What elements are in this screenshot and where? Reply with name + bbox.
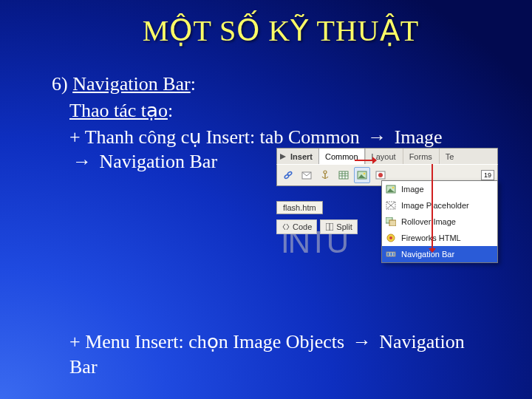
insert-panel-title: Insert [289,152,318,161]
image-icon [385,183,397,195]
svg-marker-0 [280,154,286,160]
subheading-create: Thao tác tạo: [52,98,488,123]
arrow-icon: → [367,125,386,150]
section-6-heading: 6) Navigation Bar: [52,72,488,97]
view-split-label: Split [336,222,352,231]
document-tab[interactable]: flash.htm [276,201,323,214]
instruction-1-part-c: Navigation Bar [95,151,217,172]
svg-rect-29 [387,253,389,256]
insert-panel-header: Insert Common Layout Forms Te [276,148,498,164]
dropdown-item-fireworks-html[interactable]: Fireworks HTML [382,230,497,246]
arrow-icon: → [72,149,92,174]
section-6-label: Navigation Bar [72,73,191,95]
svg-point-27 [389,236,392,239]
table-button[interactable] [335,167,352,183]
document-tab-row: flash.htm [276,200,323,216]
dropdown-label: Navigation Bar [401,250,454,259]
expand-icon[interactable] [279,153,287,160]
tab-layout[interactable]: Layout [365,149,403,164]
section-6-prefix: 6) [52,73,72,95]
view-code-button[interactable]: Code [276,219,317,234]
tab-forms[interactable]: Forms [403,149,439,164]
split-icon [325,222,334,231]
subheading-colon: : [168,100,173,121]
svg-rect-6 [339,171,348,179]
dropdown-label: Image [401,185,424,194]
instruction-1-part-a: + Thanh công cụ Insert: tab Common [69,126,364,148]
view-code-label: Code [293,222,312,231]
svg-rect-25 [389,220,396,226]
svg-point-15 [378,173,383,177]
arrow-icon: → [352,330,372,355]
svg-rect-30 [390,253,392,256]
view-switcher: Code Split [276,219,358,235]
dropdown-label: Fireworks HTML [401,233,461,242]
image-button[interactable] [354,167,370,183]
svg-point-20 [392,187,395,189]
rollover-image-icon [385,216,397,228]
email-link-button[interactable] [299,167,315,183]
dropdown-item-navigation-bar[interactable]: Navigation Bar [382,246,497,262]
section-6-colon: : [191,73,196,95]
navigation-bar-icon [385,248,397,260]
instruction-2-part-a: + Menu Insert: chọn Image Objects [69,331,349,352]
dropdown-item-image-placeholder[interactable]: Image Placeholder [382,197,497,214]
svg-point-4 [324,171,327,174]
instruction-2: + Menu Insert: chọn Image Objects → Navi… [69,330,483,380]
svg-point-13 [364,173,366,175]
tab-text[interactable]: Te [439,149,461,164]
image-placeholder-icon [385,200,397,211]
svg-rect-31 [393,253,395,256]
code-icon [282,222,290,231]
svg-point-2 [287,171,292,177]
dropdown-item-rollover-image[interactable]: Rollover Image [382,214,497,230]
dropdown-item-image[interactable]: Image [382,181,497,197]
named-anchor-button[interactable] [317,167,333,183]
view-split-button[interactable]: Split [320,219,357,234]
dropdown-label: Image Placeholder [401,201,469,210]
instruction-1-part-b: Image [389,126,442,148]
dropdown-label: Rollover Image [401,217,456,226]
subheading-label: Thao tác tạo [69,100,168,121]
slide-title: MỘT SỐ KỸ THUẬT [0,0,532,48]
calendar-badge[interactable]: 19 [481,170,494,180]
hyperlink-button[interactable] [280,167,296,183]
image-dropdown-menu: Image Image Placeholder Rollover Image F… [381,180,498,263]
tab-common[interactable]: Common [318,149,365,164]
fireworks-icon [385,232,397,244]
